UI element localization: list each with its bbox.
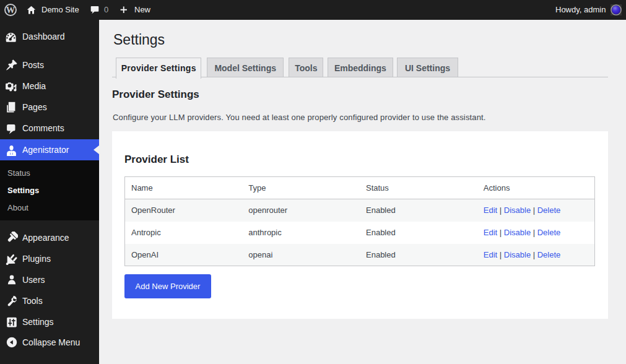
svg-text:W: W: [6, 4, 15, 14]
